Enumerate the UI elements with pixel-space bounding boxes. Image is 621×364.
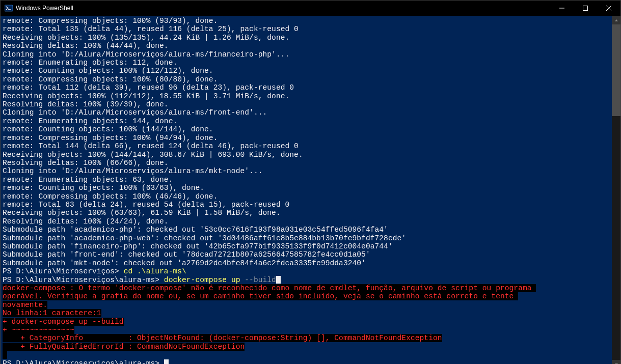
output-line: remote: Total 112 (delta 39), reused 96 … <box>3 83 294 92</box>
output-line: Submodule path 'front-end': checked out … <box>3 250 370 259</box>
output-line: remote: Enumerating objects: 63, done. <box>3 176 173 184</box>
prompt-command: docker-compose up <box>164 276 245 284</box>
prompt-prefix: PS D:\Alura\Microserviços> <box>3 267 124 275</box>
maximize-button[interactable] <box>574 1 597 16</box>
error-line: novamente. <box>3 301 47 309</box>
prompt-line: PS D:\Alura\Microserviços\alura-ms> dock… <box>3 276 281 284</box>
error-line: + CategoryInfo : ObjectNotFound: (docker… <box>3 334 442 342</box>
window-title: Windows PowerShell <box>16 5 550 12</box>
output-line: Cloning into 'D:/Alura/Microserviços/alu… <box>3 167 262 175</box>
prompt-command: cd .\alura-ms\ <box>124 267 186 275</box>
output-line: remote: Compressing objects: 100% (94/94… <box>3 134 218 142</box>
output-line: Resolving deltas: 100% (44/44), done. <box>3 42 169 50</box>
output-line: remote: Total 63 (delta 24), reused 54 (… <box>3 201 289 209</box>
window-controls <box>550 1 620 16</box>
cursor <box>164 359 169 364</box>
close-button[interactable] <box>597 1 620 16</box>
output-line: Receiving objects: 100% (112/112), 18.55… <box>3 92 289 100</box>
error-line <box>3 351 7 359</box>
output-line: Resolving deltas: 100% (66/66), done. <box>3 159 169 167</box>
output-line: Receiving objects: 100% (63/63), 61.59 K… <box>3 209 281 217</box>
svg-rect-3 <box>583 6 588 11</box>
output-line: remote: Compressing objects: 100% (46/46… <box>3 192 218 201</box>
output-line: remote: Enumerating objects: 112, done. <box>3 59 177 67</box>
output-line: Receiving objects: 100% (144/144), 308.6… <box>3 151 303 159</box>
error-line: + docker-compose up --build <box>3 318 124 326</box>
powershell-icon <box>5 4 13 12</box>
svg-rect-0 <box>5 5 13 11</box>
prompt-line: PS D:\Alura\Microserviços\alura-ms> <box>3 359 169 364</box>
output-line: Submodule path 'academico-php-web': chec… <box>3 234 406 242</box>
scroll-down-button[interactable] <box>612 360 620 364</box>
terminal-output[interactable]: remote: Compressing objects: 100% (93/93… <box>1 16 612 364</box>
terminal-area: remote: Compressing objects: 100% (93/93… <box>1 16 620 364</box>
output-line: Submodule path 'mkt-node': checked out '… <box>3 259 366 267</box>
error-line: docker-compose : O termo 'docker-compose… <box>3 284 536 292</box>
prompt-line: PS D:\Alura\Microserviços> cd .\alura-ms… <box>3 267 186 275</box>
output-line: Resolving deltas: 100% (24/24), done. <box>3 217 169 226</box>
minimize-button[interactable] <box>550 1 574 16</box>
output-line: remote: Total 135 (delta 44), reused 116… <box>3 25 299 33</box>
output-line: Submodule path 'financeiro-php': checked… <box>3 242 393 250</box>
output-line: Resolving deltas: 100% (39/39), done. <box>3 100 169 108</box>
output-line: remote: Counting objects: 100% (144/144)… <box>3 125 213 133</box>
output-line: remote: Compressing objects: 100% (93/93… <box>3 17 218 25</box>
scroll-up-button[interactable] <box>612 16 620 24</box>
output-line: Receiving objects: 100% (135/135), 44.24… <box>3 34 289 42</box>
prompt-arg: --build <box>245 276 276 284</box>
output-line: Submodule path 'academico-php': checked … <box>3 226 388 234</box>
output-line: Cloning into 'D:/Alura/Microserviços/alu… <box>3 50 289 59</box>
output-line: remote: Compressing objects: 100% (80/80… <box>3 75 218 83</box>
prompt-prefix: PS D:\Alura\Microserviços\alura-ms> <box>3 276 164 284</box>
error-line: No linha:1 caractere:1 <box>3 309 101 317</box>
titlebar[interactable]: Windows PowerShell <box>1 1 620 16</box>
powershell-window: Windows PowerShell remote: Compressing o… <box>0 0 621 364</box>
vertical-scrollbar[interactable] <box>612 16 620 364</box>
error-line: + FullyQualifiedErrorId : CommandNotFoun… <box>3 343 245 351</box>
cursor <box>276 276 281 284</box>
scrollbar-track[interactable] <box>612 24 620 360</box>
error-line: + ~~~~~~~~~~~~~~ <box>3 326 74 334</box>
output-line: remote: Enumerating objects: 144, done. <box>3 117 177 125</box>
prompt-prefix: PS D:\Alura\Microserviços\alura-ms> <box>3 359 164 364</box>
scrollbar-thumb[interactable] <box>612 24 620 116</box>
output-line: Cloning into 'D:/Alura/Microserviços/alu… <box>3 108 267 117</box>
error-line: operável. Verifique a grafia do nome ou,… <box>3 292 518 300</box>
output-line: remote: Total 144 (delta 66), reused 124… <box>3 142 299 150</box>
output-line: remote: Counting objects: 100% (112/112)… <box>3 67 213 75</box>
output-line: remote: Counting objects: 100% (63/63), … <box>3 184 204 192</box>
